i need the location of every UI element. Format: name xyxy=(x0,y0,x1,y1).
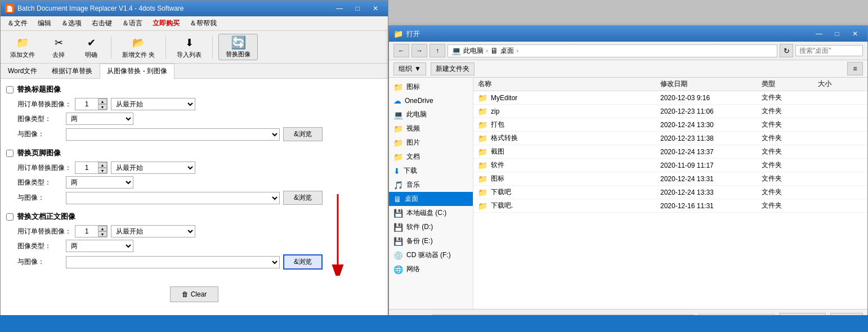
section3-order-label: 用订单替换图像： xyxy=(17,227,71,236)
menu-rightkey[interactable]: 右击键 xyxy=(87,17,117,29)
search-input[interactable] xyxy=(795,45,863,56)
replace-image-button[interactable]: 🔄 替换图像 xyxy=(218,34,258,60)
confirm-button[interactable]: ✔ 明确 xyxy=(77,33,105,61)
section2-checkbox[interactable] xyxy=(6,150,14,157)
section1-order-input[interactable] xyxy=(75,99,98,109)
nav-item-drive-e[interactable]: 💾 备份 (E:) xyxy=(389,234,473,248)
sidebar-nav: 📁 图标 ☁ OneDrive 💻 此电脑 📁 视频 📁 图片 📁 文档 xyxy=(389,78,473,309)
section1-spinner-down[interactable]: ▼ xyxy=(98,104,107,110)
dialog-minimize[interactable]: — xyxy=(811,28,827,39)
nav-back-button[interactable]: ← xyxy=(393,44,409,57)
col-name[interactable]: 名称 xyxy=(478,79,660,89)
tab-word[interactable]: Word文件 xyxy=(1,64,44,78)
section3-spinner-down[interactable]: ▼ xyxy=(98,231,107,237)
section3-type-select[interactable]: 两 xyxy=(66,240,133,252)
section2-image-select[interactable] xyxy=(66,192,280,204)
replace-image-label: 替换图像 xyxy=(226,50,250,59)
addr-desktop[interactable]: 桌面 xyxy=(500,46,514,56)
dialog-title-text: 打开 xyxy=(406,29,420,39)
section2-spinner-down[interactable]: ▼ xyxy=(98,168,107,173)
file-row-download2[interactable]: 📁 下载吧. 2020-12-16 11:31 文件夹 xyxy=(473,199,867,213)
section1-checkbox[interactable] xyxy=(6,86,14,93)
organize-button[interactable]: 组织 ▼ xyxy=(393,62,426,75)
addr-desktop-icon: 🖥 xyxy=(490,46,498,55)
nav-item-drive-d[interactable]: 💾 软件 (D:) xyxy=(389,220,473,234)
clear-button[interactable]: 🗑 Clear xyxy=(170,286,219,302)
dialog-title-bar: 📁 打开 — □ ✕ xyxy=(389,26,867,42)
folder-icon-zip: 📁 xyxy=(478,107,487,116)
replace-image-icon: 🔄 xyxy=(231,35,246,50)
view-button[interactable]: ≡ xyxy=(847,62,863,75)
file-row-myeditor[interactable]: 📁 MyEditor 2020-12-03 9:16 文件夹 xyxy=(473,91,867,105)
section3-from-select[interactable]: 从最开始 xyxy=(111,225,195,237)
file-row-download1[interactable]: 📁 下载吧 2020-12-24 13:33 文件夹 xyxy=(473,186,867,199)
section2-order-input[interactable] xyxy=(75,163,98,173)
section3-image-select[interactable] xyxy=(66,256,280,268)
refresh-button[interactable]: ↻ xyxy=(780,44,793,57)
section-body-image: 替换文档正文图像 用订单替换图像： ▲ ▼ 从最开始 图像类型： 两 xyxy=(6,212,382,270)
maximize-button[interactable]: □ xyxy=(350,3,365,14)
tab-image-replace[interactable]: 从图像替换 - 到图像 xyxy=(100,64,175,79)
menu-edit[interactable]: 编辑 xyxy=(33,17,56,29)
menu-help[interactable]: ＆帮帮我 xyxy=(185,17,221,29)
section2-spinner-up[interactable]: ▲ xyxy=(98,162,107,168)
minimize-button[interactable]: — xyxy=(332,3,347,14)
remove-button[interactable]: ✂ 去掉 xyxy=(44,33,73,61)
app-title: Batch Document Image Replacer V1.4 - 4do… xyxy=(17,5,184,12)
section2-from-select[interactable]: 从最开始 xyxy=(111,161,195,174)
section3-spinner-up[interactable]: ▲ xyxy=(98,226,107,231)
col-size[interactable]: 大小 xyxy=(818,79,863,89)
dialog-close[interactable]: ✕ xyxy=(847,28,863,39)
section2-title: 替换页脚图像 xyxy=(17,148,61,158)
col-date[interactable]: 修改日期 xyxy=(660,79,762,89)
section3-order-spinner: ▲ ▼ xyxy=(75,225,108,237)
menu-file[interactable]: ＆文件 xyxy=(3,17,32,29)
nav-item-music[interactable]: 🎵 音乐 xyxy=(389,178,473,192)
section3-checkbox[interactable] xyxy=(6,213,14,221)
add-files-button[interactable]: 📁 添加文件 xyxy=(5,33,40,61)
section2-type-select[interactable]: 两 xyxy=(66,176,133,189)
dialog-maximize[interactable]: □ xyxy=(829,28,845,39)
nav-item-downloads[interactable]: ⬇ 下载 xyxy=(389,164,473,178)
col-type[interactable]: 类型 xyxy=(762,79,818,89)
file-row-pack[interactable]: 📁 打包 2020-12-24 13:30 文件夹 xyxy=(473,118,867,132)
nav-forward-button[interactable]: → xyxy=(411,44,427,57)
section1-from-select[interactable]: 从最开始 xyxy=(111,98,195,110)
addr-computer[interactable]: 此电脑 xyxy=(463,46,484,56)
nav-item-drive-f[interactable]: 💿 CD 驱动器 (F:) xyxy=(389,248,473,262)
section2-image-row: 与图像： &浏览 xyxy=(6,191,382,205)
tab-order[interactable]: 根据订单替换 xyxy=(44,64,100,78)
file-row-zip[interactable]: 📁 zip 2020-12-23 11:06 文件夹 xyxy=(473,105,867,118)
nav-item-icon-folder[interactable]: 📁 图标 xyxy=(389,80,473,94)
file-row-software[interactable]: 📁 软件 2020-11-09 11:17 文件夹 xyxy=(473,159,867,172)
remove-icon: ✂ xyxy=(51,35,66,51)
nav-item-drive-c[interactable]: 💾 本地磁盘 (C:) xyxy=(389,206,473,220)
nav-item-desktop[interactable]: 🖥 桌面 xyxy=(389,192,473,206)
new-folder-dialog-button[interactable]: 新建文件夹 xyxy=(431,62,475,75)
section3-order-input[interactable] xyxy=(75,226,98,236)
menu-buy[interactable]: 立即购买 xyxy=(148,17,184,29)
nav-item-documents[interactable]: 📁 文档 xyxy=(389,150,473,164)
menu-language[interactable]: ＆语言 xyxy=(118,17,147,29)
section3-browse-button[interactable]: &浏览 xyxy=(283,254,323,270)
section1-image-select[interactable] xyxy=(66,128,280,141)
nav-item-video[interactable]: 📁 视频 xyxy=(389,122,473,136)
file-row-icon[interactable]: 📁 图标 2020-12-24 13:31 文件夹 xyxy=(473,172,867,186)
new-folder-button[interactable]: 📂 新增文件 夹 xyxy=(117,33,160,61)
file-row-screenshot[interactable]: 📁 截图 2020-12-24 13:37 文件夹 xyxy=(473,145,867,159)
section3-header: 替换文档正文图像 xyxy=(6,212,382,222)
close-button[interactable]: ✕ xyxy=(368,3,383,14)
nav-up-button[interactable]: ↑ xyxy=(429,44,445,57)
section1-type-select[interactable]: 两 xyxy=(66,113,133,125)
menu-options[interactable]: ＆选项 xyxy=(57,17,86,29)
section1-browse-button[interactable]: &浏览 xyxy=(283,127,323,141)
section1-spinner-up[interactable]: ▲ xyxy=(98,98,107,104)
section2-browse-button[interactable]: &浏览 xyxy=(283,191,323,205)
nav-item-computer[interactable]: 💻 此电脑 xyxy=(389,107,473,122)
file-name-format: 📁 格式转换 xyxy=(478,133,660,143)
import-list-button[interactable]: ⬇ 导入列表 xyxy=(172,33,207,61)
nav-item-pictures[interactable]: 📁 图片 xyxy=(389,136,473,150)
nav-item-onedrive[interactable]: ☁ OneDrive xyxy=(389,94,473,107)
nav-item-network[interactable]: 🌐 网络 xyxy=(389,262,473,276)
file-row-format[interactable]: 📁 格式转换 2020-12-23 11:38 文件夹 xyxy=(473,132,867,145)
